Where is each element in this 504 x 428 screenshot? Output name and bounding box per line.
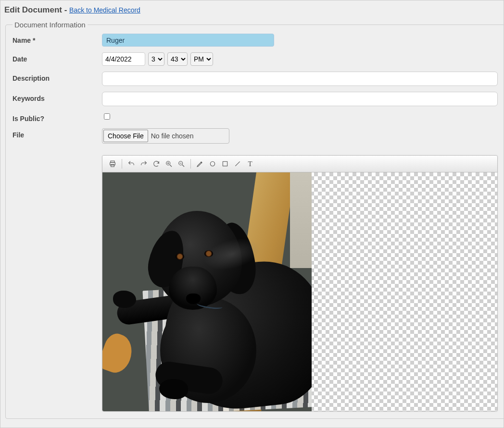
page-title-bar: Edit Document - Back to Medical Record: [0, 0, 504, 17]
fieldset-legend: Document Information: [13, 21, 88, 29]
description-label: Description: [13, 72, 102, 82]
circle-tool-button[interactable]: [206, 158, 219, 170]
image-editor: T: [102, 155, 498, 412]
name-input[interactable]: [102, 34, 274, 47]
page-title: Edit Document -: [4, 5, 69, 14]
svg-rect-11: [223, 161, 227, 166]
redo-button[interactable]: [138, 158, 150, 170]
svg-rect-2: [111, 164, 114, 167]
file-chooser[interactable]: Choose File No file chosen: [102, 128, 229, 144]
pencil-tool-button[interactable]: [194, 158, 206, 170]
text-tool-button[interactable]: T: [244, 158, 256, 170]
circle-icon: [209, 160, 216, 168]
square-icon: [221, 160, 229, 168]
undo-icon: [127, 160, 135, 168]
rect-tool-button[interactable]: [219, 158, 231, 170]
file-status-text: No file chosen: [151, 132, 194, 140]
hour-select[interactable]: 3: [148, 52, 164, 66]
svg-line-4: [170, 165, 172, 167]
svg-point-10: [210, 161, 214, 166]
undo-button[interactable]: [125, 158, 138, 170]
document-information-fieldset: Document Information Name * Date 3 43 PM: [5, 21, 504, 419]
back-to-record-link[interactable]: Back to Medical Record: [69, 6, 140, 14]
keywords-label: Keywords: [13, 92, 102, 102]
is-public-checkbox[interactable]: [104, 113, 110, 120]
toolbar-separator: [122, 159, 122, 169]
edit-document-page: Edit Document - Back to Medical Record D…: [0, 0, 504, 428]
toolbar-separator: [190, 159, 191, 169]
date-input[interactable]: [102, 52, 145, 66]
is-public-label: Is Public?: [13, 112, 102, 122]
editor-toolbar: T: [102, 156, 497, 172]
line-icon: [234, 160, 241, 168]
minute-select[interactable]: 43: [167, 52, 188, 66]
choose-file-button[interactable]: Choose File: [103, 130, 148, 142]
print-button[interactable]: [106, 158, 119, 170]
zoom-out-icon: [177, 160, 185, 168]
print-icon: [109, 160, 116, 168]
svg-line-12: [235, 161, 239, 166]
name-label: Name *: [13, 34, 102, 44]
redo-icon: [140, 160, 148, 168]
line-tool-button[interactable]: [231, 158, 244, 170]
keywords-input[interactable]: [102, 92, 498, 106]
zoom-in-icon: [165, 160, 173, 168]
date-label: Date: [13, 52, 102, 63]
ampm-select[interactable]: PM: [190, 52, 213, 66]
pencil-icon: [196, 160, 204, 168]
zoom-in-button[interactable]: [163, 158, 175, 170]
document-image: [102, 172, 312, 411]
rotate-icon: [152, 160, 160, 168]
svg-line-8: [182, 165, 184, 167]
rotate-button[interactable]: [150, 158, 163, 170]
editor-canvas[interactable]: [102, 172, 497, 411]
file-label: File: [13, 128, 102, 139]
description-input[interactable]: [102, 72, 498, 86]
text-icon: T: [248, 160, 252, 168]
zoom-out-button[interactable]: [175, 158, 188, 170]
